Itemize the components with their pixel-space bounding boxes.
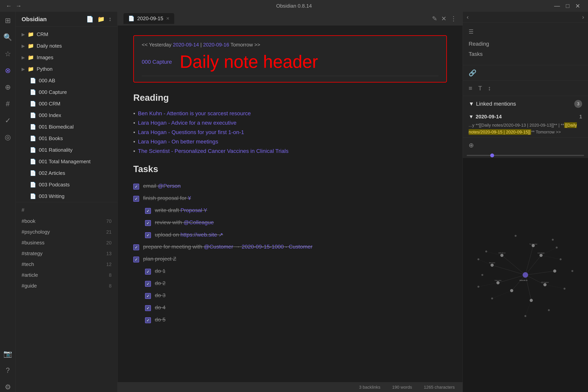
tag-guide[interactable]: #guide 8 (16, 280, 118, 291)
nav-prev-link[interactable]: 2020-09-14 (173, 42, 199, 48)
sidebar-item-000ab[interactable]: 📄 000 AB (16, 75, 118, 86)
sidebar-item-002articles[interactable]: 📄 002 Articles (16, 168, 118, 179)
new-folder-icon[interactable]: 📁 (98, 16, 105, 22)
camera-icon[interactable]: 📷 (3, 349, 13, 359)
svg-point-36 (548, 309, 550, 311)
task-link[interactable]: 2020-09-15-1000 - Customer (242, 244, 312, 250)
task-checkbox[interactable]: ✓ (145, 208, 151, 214)
tag-psychology[interactable]: #psychology 21 (16, 226, 118, 237)
close-icon[interactable]: ✕ (441, 15, 446, 22)
task-link[interactable]: @Customer (204, 244, 233, 250)
tag-strategy[interactable]: #strategy 13 (16, 248, 118, 259)
text-sort-icon[interactable]: T (478, 85, 482, 92)
right-panel-collapse-right[interactable]: › (582, 14, 584, 20)
task-checkbox[interactable]: ✓ (145, 293, 151, 299)
task-checkbox[interactable]: ✓ (145, 269, 151, 274)
forward-button[interactable]: → (16, 2, 22, 9)
task-link[interactable]: ¥ (188, 195, 191, 201)
mention-text-before: ...y **[[Daily notes/2020-09-13 | 2020-0… (469, 123, 564, 128)
file-icon: 📄 (30, 158, 36, 165)
active-tab[interactable]: 📄 2020-09-15 ✕ (124, 13, 174, 24)
app-title: Obsidian 0.8.14 (276, 3, 312, 9)
more-icon[interactable]: ⋮ (450, 15, 457, 22)
reading-link[interactable]: Ben Kuhn - Attention is your scarcest re… (138, 110, 251, 116)
graph-slider-thumb[interactable] (490, 154, 494, 158)
tab-file-icon: 📄 (128, 16, 134, 22)
tag-business[interactable]: #business 20 (16, 237, 118, 248)
sidebar-item-crm[interactable]: ▶ 📁 CRM (16, 28, 118, 40)
expand-icon[interactable]: ▼ (469, 101, 474, 107)
new-file-icon[interactable]: 📄 (86, 16, 94, 22)
file-tree: ▶ 📁 CRM ▶ 📁 Daily notes ▶ 📁 Images ▶ 📁 P… (16, 27, 118, 392)
task-checkbox[interactable]: ✓ (133, 244, 139, 250)
graph-icon[interactable]: ⊗ (3, 66, 13, 76)
sidebar-item-daily-notes[interactable]: ▶ 📁 Daily notes (16, 40, 118, 52)
task-checkbox[interactable]: ✓ (145, 232, 151, 238)
reading-item: Ben Kuhn - Attention is your scarcest re… (133, 109, 447, 118)
back-button[interactable]: ← (6, 2, 12, 9)
task-checkbox[interactable]: ✓ (145, 305, 151, 311)
reading-link[interactable]: Lara Hogan - On better meetings (138, 138, 218, 145)
daily-notes-icon[interactable]: ◎ (3, 132, 13, 142)
edit-icon[interactable]: ✎ (432, 15, 437, 22)
task-checkbox[interactable]: ✓ (145, 281, 151, 287)
sidebar-item-003podcasts[interactable]: 📄 003 Podcasts (16, 179, 118, 190)
task-checkbox[interactable]: ✓ (133, 184, 139, 190)
sidebar-item-001biomedical[interactable]: 📄 001 Biomedical (16, 121, 118, 133)
task-checkbox[interactable]: ✓ (133, 256, 139, 262)
sidebar-item-001totalmanagement[interactable]: 📄 001 Total Management (16, 156, 118, 168)
outline-tasks-item[interactable]: Tasks (469, 49, 582, 59)
capture-link[interactable]: 000 Capture (142, 59, 172, 65)
svg-text:Ben Kuhn: Ben Kuhn (489, 262, 495, 264)
network-icon[interactable]: ⊕ (3, 82, 13, 92)
sort-icon[interactable]: ↕ (108, 16, 112, 22)
list-sort-icon[interactable]: ≡ (469, 85, 472, 92)
link-icon[interactable]: 🔗 (469, 70, 476, 76)
tags-header[interactable]: # (16, 204, 118, 216)
graph-view-icon[interactable]: ⊕ (469, 142, 474, 149)
tab-close-button[interactable]: ✕ (166, 16, 170, 21)
svg-point-31 (564, 288, 566, 290)
outline-reading-item[interactable]: Reading (469, 39, 582, 49)
star-icon[interactable]: ☆ (3, 49, 13, 59)
reading-link[interactable]: Lara Hogan - Questions for your first 1-… (138, 129, 244, 136)
mention-item: ▼ 2020-09-14 1 ...y **[[Daily notes/2020… (463, 112, 588, 138)
sidebar-item-000capture[interactable]: 📄 000 Capture (16, 86, 118, 98)
nav-next-link[interactable]: 2020-09-16 (203, 42, 229, 48)
task-checkbox[interactable]: ✓ (133, 196, 139, 202)
reading-item: Lara Hogan - On better meetings (133, 137, 447, 146)
tag-article[interactable]: #article 8 (16, 270, 118, 280)
reading-link[interactable]: The Scientist - Personalized Cancer Vacc… (138, 148, 288, 154)
sidebar-item-000crm[interactable]: 📄 000 CRM (16, 98, 118, 110)
close-button[interactable]: ✕ (575, 2, 580, 10)
sidebar-item-003writing[interactable]: 📄 003 Writing (16, 190, 118, 202)
sidebar-item-000index[interactable]: 📄 000 Index (16, 110, 118, 121)
files-icon[interactable]: ⊞ (3, 16, 13, 26)
mention-date[interactable]: ▼ 2020-09-14 1 (469, 114, 582, 120)
task-link[interactable]: @Colleague (184, 219, 214, 226)
sidebar-item-001rationality[interactable]: 📄 001 Rationality (16, 144, 118, 156)
graph-slider[interactable] (467, 155, 584, 156)
search-icon[interactable]: 🔍 (3, 32, 13, 42)
task-checkbox[interactable]: ✓ (145, 317, 151, 323)
reading-link[interactable]: Lara Hogan - Advice for a new executive (138, 120, 236, 126)
tags-icon[interactable]: # (3, 99, 13, 109)
task-link[interactable]: https://web.site ↗ (180, 232, 223, 238)
sidebar-item-001books[interactable]: 📄 001 Books (16, 133, 118, 144)
task-link[interactable]: Proposal Y (180, 207, 207, 213)
right-panel-collapse-left[interactable]: ‹ (467, 14, 469, 20)
sidebar-item-python[interactable]: ▶ 📁 Python (16, 63, 118, 75)
daily-note-header-content: 000 Capture Daily note header (142, 52, 438, 72)
order-sort-icon[interactable]: ↕ (488, 85, 491, 92)
maximize-button[interactable]: □ (566, 2, 570, 10)
tag-tech[interactable]: #tech 12 (16, 259, 118, 270)
help-icon[interactable]: ? (3, 366, 13, 375)
tag-book[interactable]: #book 70 (16, 216, 118, 226)
sidebar-item-images[interactable]: ▶ 📁 Images (16, 52, 118, 63)
minimize-button[interactable]: — (554, 2, 560, 10)
task-checkbox[interactable]: ✓ (145, 220, 151, 226)
folder-icon: 📁 (28, 31, 34, 38)
calendar-icon[interactable]: ✓ (3, 116, 13, 126)
settings-icon[interactable]: ⚙ (3, 382, 13, 392)
task-link[interactable]: @Person (158, 183, 181, 189)
